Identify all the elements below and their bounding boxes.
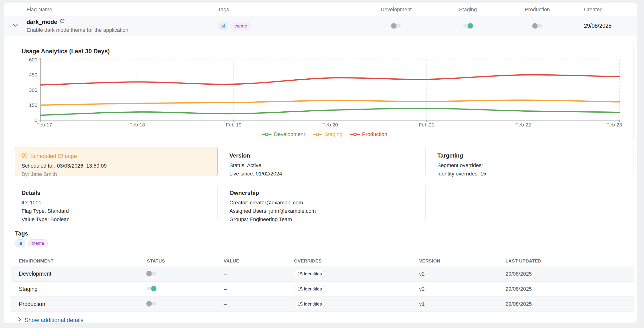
xtick-label: Feb 20 (322, 122, 338, 127)
version-card: Version Status: ActiveLive since: 01/02/… (223, 147, 426, 176)
env-name: Development (11, 271, 139, 277)
summary-cards-row: Scheduled Change Scheduled for: 03/03/20… (15, 147, 634, 176)
legend-item-staging[interactable]: Staging (312, 131, 342, 137)
details-card-lines: ID: 1001Flag Type: StandardValue Type: B… (22, 200, 211, 223)
flag-list-header: Flag Name Tags Development Staging Produ… (4, 3, 637, 16)
card-line: Identity overrides: 15 (437, 171, 627, 177)
env-value: – (216, 286, 286, 292)
tags-heading: Tags (15, 230, 634, 237)
xtick-label: Feb 23 (606, 122, 622, 127)
targeting-card-lines: Segment overrides: 1Identity overrides: … (437, 162, 627, 177)
col-header-created: Created (571, 6, 637, 13)
legend-marker (350, 133, 360, 136)
overrides-badge[interactable]: 15 identities (294, 270, 325, 278)
tag-pill-theme[interactable]: theme (231, 22, 250, 30)
chevron-down-icon[interactable] (12, 22, 19, 30)
chart-legend: DevelopmentStagingProduction (22, 131, 627, 137)
scheduled-by-text: By: Jane Smith (22, 171, 211, 177)
details-card-title: Details (22, 190, 211, 196)
targeting-card: Targeting Segment overrides: 1Identity o… (431, 147, 634, 176)
card-line: Creator: creator@example.com (230, 200, 419, 206)
feature-flag-panel: Flag Name Tags Development Staging Produ… (4, 3, 637, 323)
env-col-header-value: VALUE (216, 259, 286, 264)
env-status-toggle-staging[interactable] (147, 287, 156, 290)
ytick-label: 300 (29, 87, 37, 93)
usage-analytics-chart: 0150300450600Feb 17Feb 18Feb 19Feb 20Feb… (22, 57, 628, 131)
external-link-icon[interactable] (60, 18, 65, 25)
card-line: Assigned Users: john@example.com (230, 208, 419, 214)
xtick-label: Feb 21 (419, 122, 434, 127)
env-last-updated: 29/08/2025 (497, 301, 634, 307)
xtick-label: Feb 19 (226, 122, 242, 127)
legend-item-development[interactable]: Development (262, 131, 305, 137)
card-line: Value Type: Boolean (22, 216, 211, 223)
card-line: Status: Active (230, 162, 419, 169)
tag-pill-ui[interactable]: ui (218, 22, 228, 30)
card-line: Flag Type: Standard (22, 208, 211, 214)
version-card-lines: Status: ActiveLive since: 01/02/2024 (230, 162, 419, 177)
ytick-label: 450 (29, 72, 37, 77)
xtick-label: Feb 17 (36, 122, 52, 127)
tag-pill-ui[interactable]: ui (15, 239, 25, 247)
env-last-updated: 29/08/2025 (497, 271, 634, 277)
chevron-right-icon (18, 317, 22, 324)
environment-table: ENVIRONMENTSTATUSVALUEOVERRIDESVERSIONLA… (11, 256, 634, 312)
tags-section: Tags uitheme (15, 230, 634, 247)
legend-label: Production (362, 131, 387, 137)
legend-item-production[interactable]: Production (350, 131, 387, 137)
targeting-card-title: Targeting (437, 152, 627, 159)
env-col-header-overrides: OVERRIDES (286, 259, 411, 264)
flag-row-dark-mode[interactable]: dark_mode Enable dark mode theme for the… (4, 16, 637, 36)
env-version: v2 (411, 286, 497, 292)
ytick-label: 600 (29, 57, 37, 62)
usage-analytics-card: Usage Analytics (Last 30 Days) 015030045… (15, 42, 634, 141)
xtick-label: Feb 18 (130, 122, 145, 127)
flag-row-tags: uitheme (218, 22, 360, 30)
flag-name: dark_mode (26, 19, 57, 25)
details-card: Details ID: 1001Flag Type: StandardValue… (15, 184, 218, 221)
overrides-badge[interactable]: 15 identities (294, 285, 325, 293)
overrides-badge[interactable]: 15 identities (294, 300, 325, 308)
card-line: Groups: Engineering Team (230, 216, 419, 223)
env-col-header-environment: ENVIRONMENT (11, 259, 139, 264)
env-status-toggle-development[interactable] (147, 272, 156, 275)
clock-icon (22, 152, 28, 160)
env-version: v1 (411, 301, 497, 307)
ownership-card: Ownership Creator: creator@example.comAs… (223, 184, 426, 221)
toggle-development[interactable] (392, 24, 401, 27)
col-header-tags: Tags (218, 6, 360, 13)
scheduled-change-card: Scheduled Change Scheduled for: 03/03/20… (15, 147, 218, 176)
chart-title: Usage Analytics (Last 30 Days) (22, 48, 627, 55)
col-header-development: Development (360, 6, 432, 13)
flag-description: Enable dark mode theme for the applicati… (26, 27, 218, 33)
env-col-header-version: VERSION (411, 259, 497, 264)
legend-marker (312, 133, 323, 136)
version-card-title: Version (230, 152, 419, 159)
env-value: – (216, 271, 286, 277)
environment-table-header: ENVIRONMENTSTATUSVALUEOVERRIDESVERSIONLA… (11, 256, 634, 266)
env-value: – (216, 301, 286, 308)
env-name: Staging (11, 286, 139, 292)
env-table-row-production: Production–15 identitiesv129/08/2025 (11, 297, 634, 312)
col-header-production: Production (504, 6, 571, 13)
info-cards-row: Details ID: 1001Flag Type: StandardValue… (15, 184, 634, 221)
ownership-card-lines: Creator: creator@example.comAssigned Use… (230, 200, 419, 223)
legend-label: Staging (325, 131, 342, 137)
env-status-toggle-production[interactable] (147, 302, 156, 305)
flag-created-date: 29/08/2025 (571, 23, 637, 29)
show-additional-details-link[interactable]: Show additional details (18, 317, 84, 324)
card-line: ID: 1001 (22, 200, 211, 206)
toggle-production[interactable] (533, 24, 542, 27)
scheduled-for-text: Scheduled for: 03/03/2026, 13:59:09 (22, 163, 211, 169)
env-col-header-status: STATUS (139, 259, 216, 264)
card-line: Live since: 01/02/2024 (230, 171, 419, 177)
env-table-row-development: Development–15 identitiesv229/08/2025 (11, 266, 634, 281)
env-col-header-last-updated: LAST UPDATED (497, 259, 634, 264)
legend-marker (262, 133, 272, 136)
tags-section-pills: uitheme (15, 239, 634, 247)
ownership-card-title: Ownership (230, 190, 419, 196)
scheduled-change-title: Scheduled Change (30, 153, 77, 159)
col-header-flag-name: Flag Name (26, 6, 218, 13)
tag-pill-theme[interactable]: theme (28, 239, 48, 247)
toggle-staging[interactable] (464, 24, 472, 27)
